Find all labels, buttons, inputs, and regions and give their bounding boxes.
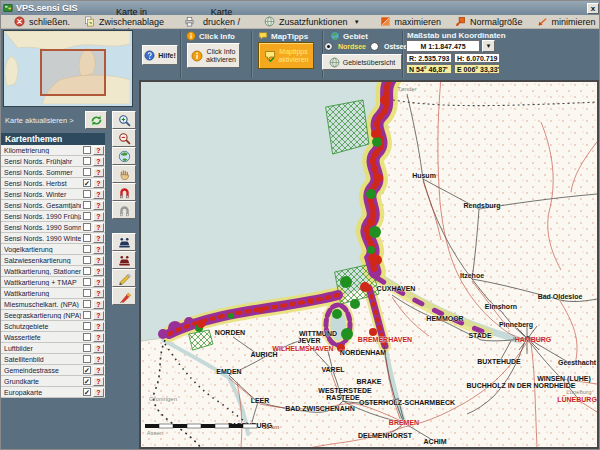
layer-help-button[interactable]: ? (93, 179, 104, 188)
layer-label: Sensi Nords. Frühjahr (4, 158, 81, 165)
layer-checkbox[interactable] (83, 355, 91, 363)
layer-checkbox[interactable]: ✓ (83, 377, 91, 385)
layer-help-button[interactable]: ? (93, 278, 104, 287)
stations-blue-icon (118, 236, 131, 249)
maximize-button[interactable]: maximieren (373, 15, 449, 28)
map-tool-button[interactable] (112, 183, 136, 201)
city-label: BREMEN (389, 419, 419, 426)
layer-checkbox[interactable] (83, 267, 91, 275)
map-tool-button[interactable] (112, 287, 136, 305)
layer-label: Grundkarte (4, 378, 81, 385)
city-label: AURICH (250, 351, 277, 358)
layer-checkbox[interactable] (83, 190, 91, 198)
layer-checkbox[interactable]: ✓ (83, 388, 91, 396)
layer-help-button[interactable]: ? (93, 366, 104, 375)
scale-dropdown-button[interactable]: ▼ (482, 40, 495, 52)
layer-checkbox[interactable] (83, 157, 91, 165)
radio-nordsee[interactable] (324, 42, 333, 51)
minimize-button[interactable]: minimieren (530, 15, 600, 28)
layer-help-button[interactable]: ? (93, 201, 104, 210)
normal-size-button[interactable]: Normalgröße (448, 15, 530, 28)
layer-checkbox[interactable] (83, 245, 91, 253)
layer-checkbox[interactable] (83, 201, 91, 209)
maptipps-activate-button[interactable]: Maptippsaktivieren (258, 42, 314, 69)
map-tool-button[interactable] (112, 201, 136, 219)
copy-map-button[interactable]: Karte in Zwischenablage kopieren. (77, 15, 171, 28)
layer-help-button[interactable]: ? (93, 157, 104, 166)
map-canvas[interactable]: TønderHusumRendsburgItzehoeBad OldesloeE… (141, 82, 597, 447)
layer-help-button[interactable]: ? (93, 377, 104, 386)
full-extent-icon (118, 150, 131, 163)
layer-checkbox[interactable] (83, 289, 91, 297)
city-label: Tønder (397, 86, 416, 92)
layer-label: Salzwiesenkartierung (4, 257, 81, 264)
print-export-button[interactable]: Karte drucken / exportieren (177, 15, 251, 28)
layer-help-button[interactable]: ? (93, 333, 104, 342)
layer-help-button[interactable]: ? (93, 344, 104, 353)
layer-checkbox[interactable] (83, 212, 91, 220)
layer-help-button[interactable]: ? (93, 168, 104, 177)
layer-help-button[interactable]: ? (93, 289, 104, 298)
layer-checkbox[interactable] (83, 256, 91, 264)
radio-ostsee[interactable] (370, 42, 379, 51)
layer-row: Sensi Nords. 1990 Winter ? (1, 233, 105, 244)
refresh-map-button[interactable] (85, 111, 107, 129)
layer-help-button[interactable]: ? (93, 223, 104, 232)
layer-row: Salzwiesenkartierung ? (1, 255, 105, 266)
click-info-activate-button[interactable]: Click Infoaktivieren (187, 43, 240, 68)
layer-help-button[interactable]: ? (93, 388, 104, 397)
layer-help-button[interactable]: ? (93, 256, 104, 265)
map-tool-button[interactable] (112, 251, 136, 269)
city-label: Lüneburg (566, 389, 591, 395)
layer-help-button[interactable]: ? (93, 267, 104, 276)
layer-checkbox[interactable] (83, 311, 91, 319)
layer-label: Luftbilder (4, 345, 81, 352)
area-overview-button[interactable]: Gebietsübersicht (322, 54, 402, 70)
layer-help-button[interactable]: ? (93, 355, 104, 364)
map-tool-button[interactable] (112, 233, 136, 251)
help-button[interactable]: Hilfe! (142, 45, 178, 65)
globe-color-icon (330, 31, 340, 41)
layer-checkbox[interactable] (83, 278, 91, 286)
map-tool-button[interactable] (112, 129, 136, 147)
layer-checkbox[interactable] (83, 146, 91, 154)
layer-checkbox[interactable] (83, 234, 91, 242)
city-label: Groningen (149, 396, 177, 402)
layer-checkbox[interactable] (83, 300, 91, 308)
titlebar: VPS.sensi GIS x (1, 1, 600, 15)
layer-help-button[interactable]: ? (93, 212, 104, 221)
city-label: HAMBURG (515, 336, 552, 343)
extra-functions-button[interactable]: Zusatzfunktionen ▼ (257, 15, 367, 28)
close-app-button[interactable]: schließen. (7, 15, 77, 28)
layer-checkbox[interactable] (83, 344, 91, 352)
layer-checkbox[interactable] (83, 322, 91, 330)
map-tool-button[interactable] (112, 147, 136, 165)
layer-row: Europakarte ✓ ? (1, 387, 105, 398)
layer-help-button[interactable]: ? (93, 146, 104, 155)
layer-help-button[interactable]: ? (93, 322, 104, 331)
window-close-button[interactable]: x (587, 3, 599, 14)
map-tool-button[interactable] (112, 111, 136, 129)
layer-help-button[interactable]: ? (93, 234, 104, 243)
bubble-check-icon (264, 50, 276, 62)
layer-checkbox[interactable] (83, 223, 91, 231)
layer-checkbox[interactable] (83, 333, 91, 341)
layer-row: Wattkartierung + TMAP ? (1, 277, 105, 288)
normalsize-icon (455, 16, 466, 27)
city-label: Assen (147, 430, 164, 436)
maptipps-header: MapTipps (258, 31, 308, 41)
overview-map[interactable] (3, 30, 133, 107)
scale-select[interactable]: M 1:1.847.475 (406, 40, 480, 52)
layer-checkbox[interactable]: ✓ (83, 179, 91, 187)
layer-checkbox[interactable]: ✓ (83, 366, 91, 374)
layer-checkbox[interactable] (83, 168, 91, 176)
layer-help-button[interactable]: ? (93, 190, 104, 199)
layer-row: Grundkarte ✓ ? (1, 376, 105, 387)
map-tool-button[interactable] (112, 165, 136, 183)
layer-help-button[interactable]: ? (93, 311, 104, 320)
map-tool-button[interactable] (112, 269, 136, 287)
layer-help-button[interactable]: ? (93, 300, 104, 309)
draw-marker-icon (118, 290, 131, 303)
overview-extent-rect[interactable] (41, 50, 105, 95)
layer-help-button[interactable]: ? (93, 245, 104, 254)
